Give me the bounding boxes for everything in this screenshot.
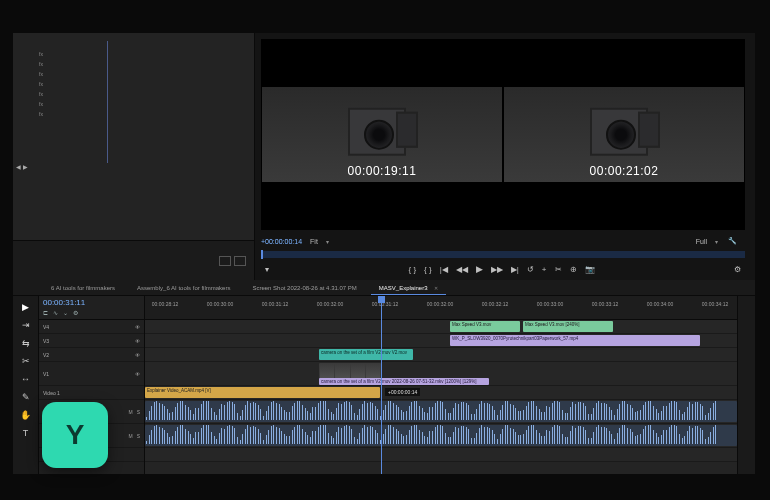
- fx-row[interactable]: fx: [39, 89, 43, 99]
- zoom-dropdown[interactable]: Full: [696, 238, 707, 245]
- app-badge: Y: [42, 402, 108, 468]
- marker-icon[interactable]: ⌄: [63, 309, 68, 316]
- in-out-button[interactable]: { }: [409, 265, 417, 274]
- snap-icon[interactable]: ⊏: [43, 309, 48, 316]
- bin-thumb[interactable]: [219, 256, 231, 266]
- clip[interactable]: WK_P_SLOW3920_0070Pyrotechnikpart03Paper…: [450, 335, 700, 346]
- ruler-tick: 00:00:32:00: [317, 301, 343, 307]
- camera-graphic: [584, 101, 664, 165]
- audio-clip[interactable]: [145, 401, 737, 422]
- fx-row[interactable]: fx: [39, 59, 43, 69]
- upper-region: fx fx fx fx fx fx fx ◀ ▶: [13, 33, 755, 280]
- tool-palette: ▶ ⇥ ⇆ ✂ ↔ ✎ ✋ T: [13, 296, 39, 474]
- razor-tool[interactable]: ✂: [22, 356, 30, 366]
- ruler-tick: 00:00:34:00: [647, 301, 673, 307]
- time-ruler[interactable]: 00:00:28:1200:00:30:0000:00:31:1200:00:3…: [145, 296, 737, 320]
- transport-bar: ▾ { } { } |◀ ◀◀ ▶ ▶▶ ▶| ↺ + ✂ ⊕ 📷 ⚙: [255, 258, 755, 280]
- insert-button[interactable]: +: [542, 265, 547, 274]
- clip[interactable]: camera on the set of a film V2.mov V2.mo…: [319, 349, 413, 360]
- sequence-timecode[interactable]: 00:00:31:11: [43, 298, 140, 307]
- clip[interactable]: Max Speed V3.mov [240%]: [523, 321, 613, 332]
- chevron-down-icon[interactable]: ▾: [715, 238, 718, 245]
- fx-row[interactable]: fx: [39, 109, 43, 119]
- program-monitor-pane: 00:00:19:11 00:00:21:02 +00:00:00:14 Fit…: [255, 33, 755, 280]
- track-header-v2[interactable]: V2👁: [39, 348, 144, 362]
- lane-a1[interactable]: [145, 400, 737, 424]
- fx-row[interactable]: fx: [39, 99, 43, 109]
- step-back-button[interactable]: ◀◀: [456, 265, 468, 274]
- fit-dropdown[interactable]: Fit: [310, 238, 318, 245]
- left-view: 00:00:19:11: [262, 87, 502, 182]
- link-icon[interactable]: ∿: [53, 309, 58, 316]
- clip[interactable]: Explainer Video_ACAM.mp4 [V]: [145, 387, 380, 398]
- track-select-tool[interactable]: ⇥: [22, 320, 30, 330]
- wrench-icon[interactable]: 🔧: [728, 237, 737, 245]
- overwrite-button[interactable]: ✂: [555, 265, 562, 274]
- offset-timecode[interactable]: +00:00:00:14: [261, 238, 302, 245]
- monitor-scrubber[interactable]: [261, 251, 745, 258]
- wrench-icon[interactable]: ⚙: [73, 309, 78, 316]
- source-bin: [13, 240, 254, 280]
- ruler-tick: 00:00:34:12: [702, 301, 728, 307]
- timeline-canvas[interactable]: 00:00:28:1200:00:30:0000:00:31:1200:00:3…: [145, 296, 737, 474]
- eye-icon: 👁: [135, 352, 140, 358]
- hand-tool[interactable]: ✋: [20, 410, 31, 420]
- keyframe-playhead[interactable]: [107, 41, 108, 163]
- fx-row-list: fx fx fx fx fx fx fx: [39, 49, 43, 119]
- type-tool[interactable]: T: [23, 428, 29, 438]
- play-button[interactable]: ▶: [476, 264, 483, 274]
- right-timecode: 00:00:21:02: [504, 164, 744, 178]
- clip[interactable]: camera on the set of a film V2.mov 2022-…: [319, 378, 489, 385]
- bin-thumb[interactable]: [234, 256, 246, 266]
- panel-arrows-icon[interactable]: ◀ ▶: [16, 163, 28, 170]
- ripple-tool[interactable]: ⇆: [22, 338, 30, 348]
- tab[interactable]: 6 AI tools for filmmakers: [43, 282, 123, 295]
- effects-panel: fx fx fx fx fx fx fx ◀ ▶: [13, 33, 255, 280]
- track-header-v1[interactable]: V1👁: [39, 362, 144, 386]
- premiere-window: fx fx fx fx fx fx fx ◀ ▶: [13, 33, 755, 474]
- track-header-video1[interactable]: Video 1: [39, 386, 144, 400]
- in-out-button[interactable]: { }: [424, 265, 432, 274]
- close-icon[interactable]: ✕: [434, 285, 438, 291]
- lane-video1[interactable]: Explainer Video_ACAM.mp4 [V]: [145, 386, 737, 400]
- marker-button[interactable]: ▾: [265, 265, 269, 274]
- fx-row[interactable]: fx: [39, 69, 43, 79]
- tab[interactable]: Assembly_6 AI tools for filmmakers: [129, 282, 238, 295]
- snapshot-button[interactable]: 📷: [585, 265, 595, 274]
- go-to-out-button[interactable]: ▶|: [511, 265, 519, 274]
- lane-v1[interactable]: camera on the set of a film V2.mov 2022-…: [145, 362, 737, 386]
- ruler-tick: 00:00:32:00: [427, 301, 453, 307]
- settings-button[interactable]: ⚙: [734, 265, 741, 274]
- program-monitor[interactable]: 00:00:19:11 00:00:21:02: [261, 39, 745, 230]
- slip-tool[interactable]: ↔: [21, 374, 30, 384]
- clip[interactable]: Max Speed V3.mov: [450, 321, 520, 332]
- ruler-tick: 00:00:28:12: [152, 301, 178, 307]
- ruler-tick: 00:00:33:00: [537, 301, 563, 307]
- fx-row[interactable]: fx: [39, 49, 43, 59]
- lane-audio2[interactable]: [145, 448, 737, 462]
- selection-tool[interactable]: ▶: [22, 302, 29, 312]
- playhead[interactable]: [381, 296, 382, 474]
- pen-tool[interactable]: ✎: [22, 392, 30, 402]
- lane-a2[interactable]: [145, 424, 737, 448]
- offset-chip: +00:00:00:14: [385, 388, 420, 396]
- export-frame-button[interactable]: ⊕: [570, 265, 577, 274]
- right-view: 00:00:21:02: [504, 87, 744, 182]
- ruler-tick: 00:00:31:12: [372, 301, 398, 307]
- track-header-v3[interactable]: V3👁: [39, 334, 144, 348]
- track-header-v4[interactable]: V4👁: [39, 320, 144, 334]
- ruler-tick: 00:00:30:00: [207, 301, 233, 307]
- eye-icon: 👁: [135, 324, 140, 330]
- fx-row[interactable]: fx: [39, 79, 43, 89]
- loop-button[interactable]: ↺: [527, 265, 534, 274]
- lane-v3[interactable]: WK_P_SLOW3920_0070Pyrotechnikpart03Paper…: [145, 334, 737, 348]
- effect-controls[interactable]: fx fx fx fx fx fx fx ◀ ▶: [13, 33, 254, 240]
- audio-clip[interactable]: [145, 425, 737, 446]
- go-to-in-button[interactable]: |◀: [440, 265, 448, 274]
- lane-v4[interactable]: Max Speed V3.mov Max Speed V3.mov [240%]: [145, 320, 737, 334]
- tab[interactable]: Screen Shot 2022-08-26 at 4.31.07 PM: [244, 282, 364, 295]
- chevron-down-icon[interactable]: ▾: [326, 238, 329, 245]
- tab-active[interactable]: MASV_Explainer3✕: [371, 282, 446, 295]
- lane-v2[interactable]: camera on the set of a film V2.mov V2.mo…: [145, 348, 737, 362]
- step-fwd-button[interactable]: ▶▶: [491, 265, 503, 274]
